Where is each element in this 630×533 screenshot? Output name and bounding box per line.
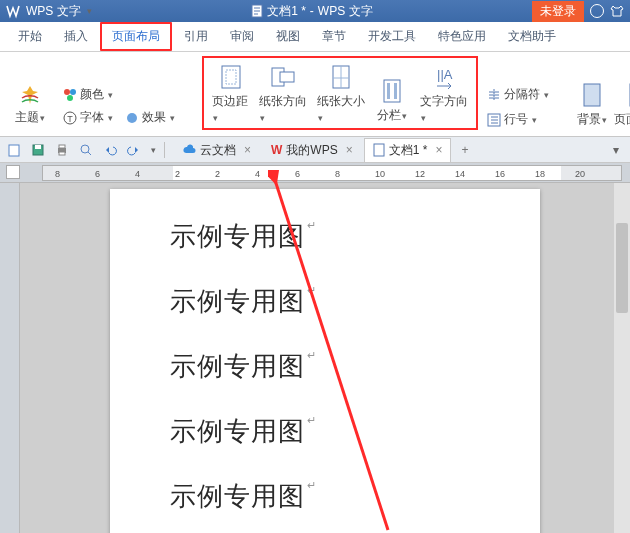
ruler-tick: 18: [535, 169, 545, 179]
close-icon[interactable]: ×: [431, 143, 442, 157]
effect-button[interactable]: 效果▾: [122, 107, 178, 128]
skin-icon[interactable]: [610, 4, 624, 18]
menu-page-layout[interactable]: 页面布局: [100, 22, 172, 51]
close-icon[interactable]: ×: [240, 143, 251, 157]
tab-mywps[interactable]: W 我的WPS×: [262, 138, 362, 162]
svg-point-6: [127, 113, 137, 123]
document-icon: [373, 143, 385, 157]
app-name: WPS 文字: [26, 3, 81, 20]
svg-rect-10: [280, 72, 294, 82]
size-button[interactable]: 纸张大小▾: [315, 62, 367, 126]
ruler-tick: 8: [55, 169, 60, 179]
document-icon: [251, 4, 263, 18]
undo-icon[interactable]: [102, 142, 118, 158]
menu-start[interactable]: 开始: [8, 24, 52, 49]
page: 示例专用图 示例专用图 示例专用图 示例专用图 示例专用图 分页符: [110, 189, 540, 533]
svg-point-2: [70, 89, 76, 95]
qat-more-icon[interactable]: ▾: [151, 145, 156, 155]
margin-button[interactable]: 页边距▾: [210, 62, 251, 126]
paragraph[interactable]: 示例专用图: [170, 479, 510, 514]
ruler-tick: 20: [575, 169, 585, 179]
background-button[interactable]: 背景▾: [572, 80, 612, 130]
save-icon[interactable]: [30, 142, 46, 158]
background-icon: [581, 82, 603, 108]
ruler-tick: 2: [215, 169, 220, 179]
new-icon[interactable]: [6, 142, 22, 158]
theme-button[interactable]: 主题▾: [10, 82, 50, 128]
menu-special[interactable]: 特色应用: [428, 24, 496, 49]
vertical-scrollbar[interactable]: [614, 183, 630, 533]
margin-icon: [220, 64, 242, 90]
svg-rect-20: [35, 145, 41, 149]
paragraph[interactable]: 示例专用图: [170, 349, 510, 384]
workspace: 示例专用图 示例专用图 示例专用图 示例专用图 示例专用图 分页符: [0, 183, 630, 533]
svg-point-3: [67, 95, 73, 101]
scrollbar-thumb[interactable]: [616, 223, 628, 313]
ruler-tick: 8: [335, 169, 340, 179]
svg-rect-22: [59, 145, 65, 148]
separator-button[interactable]: 分隔符▾: [484, 84, 552, 105]
ruler-tick: 10: [375, 169, 385, 179]
menu-dev[interactable]: 开发工具: [358, 24, 426, 49]
print-icon[interactable]: [54, 142, 70, 158]
menu-assistant[interactable]: 文档助手: [498, 24, 566, 49]
wps-red-icon: W: [271, 143, 282, 157]
sync-icon[interactable]: [590, 4, 604, 18]
menu-review[interactable]: 审阅: [220, 24, 264, 49]
preview-icon[interactable]: [78, 142, 94, 158]
svg-rect-18: [9, 145, 19, 156]
horizontal-ruler[interactable]: 86422468101214161820: [0, 163, 630, 183]
color-icon: [63, 88, 77, 102]
tab-doc1[interactable]: 文档1 *×: [364, 138, 452, 162]
title-sep: -: [310, 4, 314, 18]
orientation-button[interactable]: 纸张方向▾: [257, 62, 309, 126]
menu-chapter[interactable]: 章节: [312, 24, 356, 49]
wps-logo-icon: [4, 2, 22, 20]
paragraph[interactable]: 示例专用图: [170, 219, 510, 254]
title-bar: WPS 文字 ▾ 文档1 * - WPS 文字 未登录: [0, 0, 630, 22]
menu-view[interactable]: 视图: [266, 24, 310, 49]
tab-cloud[interactable]: 云文档×: [173, 138, 260, 162]
svg-point-24: [81, 145, 89, 153]
text-direction-button[interactable]: ||A 文字方向▾: [418, 62, 470, 126]
cloud-icon: [182, 144, 196, 156]
separator-icon: [487, 88, 501, 102]
svg-rect-15: [584, 84, 600, 106]
menu-bar: 开始 插入 页面布局 引用 审阅 视图 章节 开发工具 特色应用 文档助手: [0, 22, 630, 52]
menu-insert[interactable]: 插入: [54, 24, 98, 49]
line-number-button[interactable]: 行号▾: [484, 109, 552, 130]
svg-rect-25: [374, 144, 384, 156]
vertical-ruler[interactable]: [0, 183, 20, 533]
ribbon: 主题▾ 颜色▾ T 字体▾ 效果▾: [0, 52, 630, 137]
redo-icon[interactable]: [126, 142, 142, 158]
ruler-tick: 12: [415, 169, 425, 179]
ruler-tick: 4: [135, 169, 140, 179]
tab-selector-icon[interactable]: [6, 165, 20, 179]
close-icon[interactable]: ×: [342, 143, 353, 157]
tabs-list-icon[interactable]: ▾: [608, 142, 624, 158]
svg-rect-8: [226, 70, 236, 84]
orientation-icon: [270, 64, 296, 90]
login-button[interactable]: 未登录: [532, 1, 584, 22]
ruler-tick: 6: [95, 169, 100, 179]
paragraph[interactable]: 示例专用图: [170, 284, 510, 319]
ruler-tick: 16: [495, 169, 505, 179]
font-button[interactable]: T 字体▾: [60, 107, 116, 128]
ruler-tick: 14: [455, 169, 465, 179]
document-canvas[interactable]: 示例专用图 示例专用图 示例专用图 示例专用图 示例专用图 分页符: [20, 183, 630, 533]
size-icon: [330, 64, 352, 90]
page-border-button[interactable]: 页面边框: [618, 80, 630, 130]
paragraph[interactable]: 示例专用图: [170, 414, 510, 449]
columns-button[interactable]: 分栏▾: [372, 76, 412, 126]
theme-icon: [19, 84, 41, 106]
svg-text:T: T: [67, 114, 73, 124]
color-button[interactable]: 颜色▾: [60, 84, 178, 105]
svg-rect-7: [222, 66, 240, 88]
svg-rect-12: [384, 80, 400, 102]
menu-reference[interactable]: 引用: [174, 24, 218, 49]
ruler-tick: 4: [255, 169, 260, 179]
quick-access-bar: ▾ 云文档× W 我的WPS× 文档1 *× + ▾: [0, 137, 630, 163]
dropdown-icon: ▾: [40, 113, 45, 123]
new-tab-button[interactable]: +: [453, 143, 476, 157]
text-direction-icon: ||A: [433, 64, 455, 90]
